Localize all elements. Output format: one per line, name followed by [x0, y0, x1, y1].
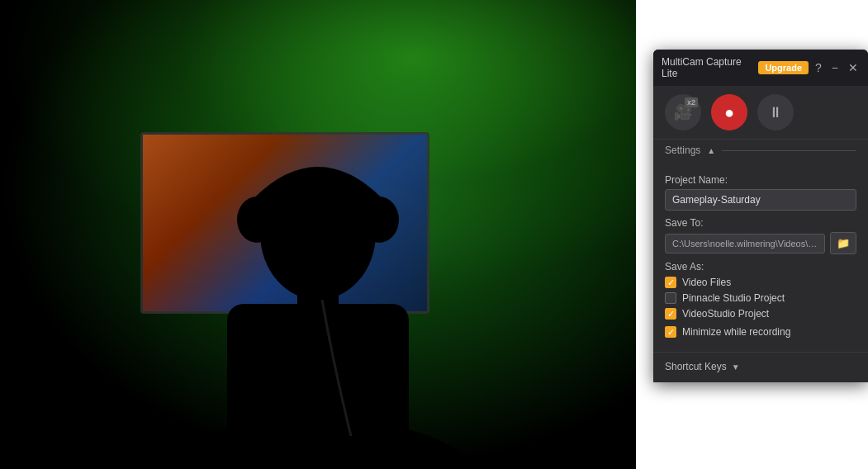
project-name-label: Project Name:: [665, 174, 856, 186]
videostudio-row: ✓ VideoStudio Project: [665, 308, 856, 320]
save-to-row: 📁: [665, 232, 856, 254]
speed-badge: x2: [685, 97, 698, 107]
video-files-checkbox[interactable]: ✓: [665, 277, 676, 288]
folder-icon: 📁: [837, 237, 850, 249]
background-photo: [0, 0, 636, 469]
close-button[interactable]: ✕: [847, 62, 860, 73]
videostudio-label: VideoStudio Project: [682, 308, 769, 320]
video-files-label: Video Files: [682, 277, 731, 288]
save-to-label: Save To:: [665, 217, 856, 229]
videostudio-checkbox[interactable]: ✓: [665, 308, 676, 320]
save-as-section: Save As: ✓ Video Files Pinnacle Studio P…: [665, 261, 856, 320]
divider-line: [722, 150, 856, 151]
save-as-label: Save As:: [665, 261, 856, 272]
settings-label: Settings: [665, 144, 700, 156]
app-title: MultiCam Capture Lite: [662, 56, 753, 79]
save-path-input[interactable]: [665, 234, 825, 253]
project-name-input[interactable]: [665, 189, 856, 211]
pinnacle-studio-row: Pinnacle Studio Project: [665, 292, 856, 304]
pause-icon: ⏸: [768, 104, 783, 121]
app-window: MultiCam Capture Lite Upgrade ? − ✕ 🎥 x2…: [653, 50, 868, 382]
settings-section-header[interactable]: Settings ▲: [653, 140, 868, 161]
toolbar: 🎥 x2 ● ⏸: [653, 86, 868, 140]
svg-point-4: [237, 197, 277, 243]
window-controls: ? − ✕: [813, 62, 860, 73]
browse-folder-button[interactable]: 📁: [830, 232, 856, 254]
pinnacle-studio-checkbox[interactable]: [665, 292, 676, 304]
pinnacle-studio-label: Pinnacle Studio Project: [682, 292, 785, 304]
minimize-checkbox[interactable]: ✓: [665, 326, 676, 338]
record-button[interactable]: ●: [711, 94, 747, 130]
shortcut-keys-section[interactable]: Shortcut Keys ▼: [653, 352, 868, 382]
settings-content: Project Name: Save To: 📁 Save As: ✓ Vide…: [653, 161, 868, 352]
pause-button[interactable]: ⏸: [757, 94, 794, 130]
minimize-row: ✓ Minimize while recording: [665, 326, 856, 338]
help-button[interactable]: ?: [813, 62, 823, 73]
person-silhouette: [161, 122, 475, 469]
shortcut-keys-label: Shortcut Keys: [665, 361, 727, 372]
upgrade-button[interactable]: Upgrade: [758, 61, 809, 74]
title-bar: MultiCam Capture Lite Upgrade ? − ✕: [653, 50, 868, 86]
svg-rect-1: [227, 304, 409, 469]
shortcut-keys-arrow: ▼: [732, 362, 740, 372]
record-icon: ●: [724, 103, 734, 122]
settings-arrow: ▲: [707, 146, 715, 155]
video-files-row: ✓ Video Files: [665, 277, 856, 288]
minimize-window-button[interactable]: −: [830, 62, 840, 73]
camera-settings-button[interactable]: 🎥 x2: [665, 94, 701, 130]
svg-point-5: [359, 197, 399, 243]
minimize-label: Minimize while recording: [682, 326, 790, 338]
